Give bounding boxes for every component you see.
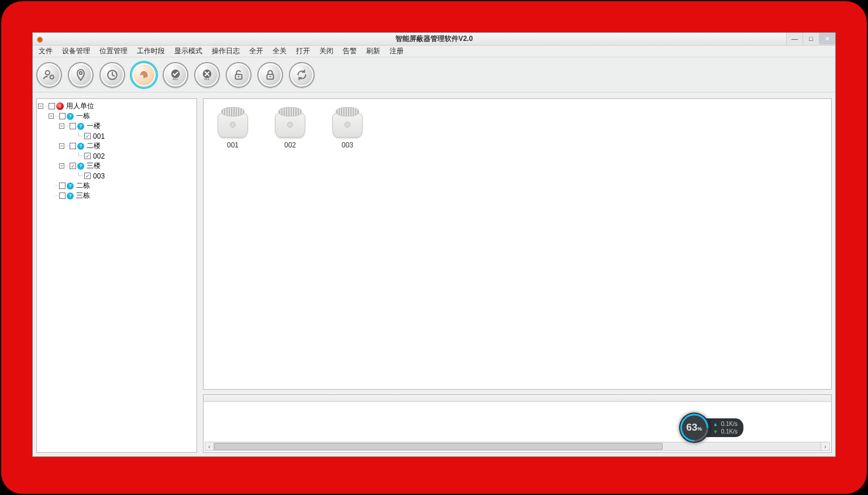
- checkbox[interactable]: [59, 192, 66, 199]
- scroll-right-button[interactable]: ›: [821, 442, 830, 451]
- up-caret-icon: ▲: [713, 421, 718, 427]
- x-all-icon: ALL: [201, 68, 213, 81]
- device-icon: [274, 106, 306, 138]
- collapse-icon[interactable]: −: [49, 114, 54, 119]
- menu-location-mgmt[interactable]: 位置管理: [95, 46, 132, 57]
- check-all-icon: ALL: [169, 68, 182, 81]
- menu-work-period[interactable]: 工作时段: [132, 46, 170, 57]
- menu-register[interactable]: 注册: [385, 46, 408, 57]
- tree-building-3[interactable]: ┈ ? 三栋: [49, 191, 195, 201]
- device-item[interactable]: 002: [270, 106, 310, 149]
- close-button[interactable]: ✕: [819, 33, 835, 44]
- maximize-button[interactable]: □: [802, 33, 819, 44]
- checkbox[interactable]: [70, 143, 76, 149]
- checkbox[interactable]: [59, 183, 66, 189]
- device-item[interactable]: 001: [213, 106, 253, 149]
- scroll-left-button[interactable]: ‹: [205, 442, 214, 451]
- refresh-icon: [295, 68, 308, 81]
- location-icon: ?: [67, 192, 74, 200]
- device-item[interactable]: 003: [328, 106, 367, 149]
- location-icon: ?: [67, 183, 74, 190]
- svg-point-9: [238, 75, 240, 77]
- svg-point-11: [270, 75, 271, 77]
- location-pin-icon: [74, 68, 87, 81]
- tool-clock[interactable]: [99, 62, 125, 88]
- tree-floor-2[interactable]: −┈ ? 二楼: [59, 141, 195, 151]
- network-widget[interactable]: 63% ▲0.1K/s ▼0.1K/s: [679, 412, 743, 443]
- checkbox[interactable]: ✓: [84, 153, 91, 159]
- tool-lock[interactable]: [257, 62, 283, 88]
- download-rate: ▼0.1K/s: [713, 428, 738, 435]
- scroll-thumb[interactable]: [214, 443, 663, 450]
- toolbar: ALL ALL: [33, 57, 835, 92]
- menu-open[interactable]: 打开: [291, 46, 315, 57]
- tree-device-002[interactable]: └┈ ✓ 002: [77, 151, 195, 161]
- menu-device-mgmt[interactable]: 设备管理: [57, 46, 95, 57]
- tool-user-settings[interactable]: [36, 62, 62, 88]
- tree-device-001[interactable]: └┈ ✓ 001: [77, 131, 195, 141]
- menu-close[interactable]: 关闭: [315, 46, 338, 57]
- svg-text:ALL: ALL: [204, 77, 210, 81]
- usage-gauge: 63%: [679, 412, 709, 443]
- collapse-icon[interactable]: −: [59, 123, 64, 129]
- minimize-button[interactable]: ―: [786, 33, 802, 44]
- horizontal-scrollbar[interactable]: ‹ ›: [205, 442, 830, 451]
- log-panel-header[interactable]: [204, 395, 831, 402]
- tool-refresh[interactable]: [289, 62, 315, 88]
- tool-location[interactable]: [68, 62, 94, 88]
- menu-alarm[interactable]: 告警: [338, 46, 361, 57]
- tree-label: 用人单位: [65, 101, 95, 111]
- scroll-track[interactable]: [214, 442, 821, 451]
- tree-root[interactable]: −┈ ! 用人单位: [38, 101, 195, 111]
- tree-building-1[interactable]: −┈ ? 一栋: [49, 111, 195, 121]
- checkbox[interactable]: ✓: [84, 173, 91, 179]
- device-panel[interactable]: 001 002 003: [203, 98, 832, 390]
- gauge-value: 63%: [686, 422, 702, 434]
- tool-x-all[interactable]: ALL: [194, 62, 220, 88]
- tree-label: 002: [92, 152, 106, 160]
- location-icon: ?: [77, 123, 84, 130]
- tree-label: 三楼: [85, 161, 102, 171]
- menu-op-log[interactable]: 操作日志: [207, 46, 244, 57]
- tool-check-all[interactable]: ALL: [163, 62, 188, 88]
- device-label: 003: [328, 141, 367, 149]
- collapse-icon[interactable]: −: [59, 143, 64, 149]
- location-icon: ?: [67, 113, 74, 120]
- device-label: 002: [270, 141, 310, 149]
- collapse-icon[interactable]: −: [59, 163, 64, 169]
- tree-label: 003: [92, 172, 106, 180]
- right-side: 001 002 003: [203, 98, 832, 453]
- device-icon: [216, 106, 249, 138]
- window-controls: ― □ ✕: [786, 33, 835, 45]
- menu-all-on[interactable]: 全开: [244, 46, 268, 57]
- location-icon: ?: [77, 143, 84, 150]
- tree-label: 二楼: [85, 141, 102, 151]
- checkbox[interactable]: ✓: [70, 163, 76, 169]
- log-panel[interactable]: 63% ▲0.1K/s ▼0.1K/s ‹ ›: [203, 394, 832, 453]
- device-label: 001: [213, 141, 253, 149]
- tree-device-003[interactable]: └┈ ✓ 003: [77, 171, 195, 181]
- collapse-icon[interactable]: −: [38, 104, 43, 109]
- tree-label: 二栋: [75, 181, 91, 191]
- titlebar[interactable]: ◉ 智能屏蔽器管理软件V2.0 ― □ ✕: [33, 33, 835, 46]
- checkbox[interactable]: [49, 103, 55, 109]
- tree-floor-1[interactable]: −┈ ? 一楼: [59, 121, 195, 131]
- menubar: 文件 设备管理 位置管理 工作时段 显示模式 操作日志 全开 全关 打开 关闭 …: [33, 46, 835, 57]
- tree-label: 一楼: [85, 121, 102, 131]
- checkbox[interactable]: [59, 113, 66, 119]
- menu-display-mode[interactable]: 显示模式: [170, 46, 207, 57]
- svg-point-0: [46, 70, 50, 74]
- tree-floor-3[interactable]: −┈ ✓ ? 三楼: [59, 161, 195, 171]
- tree-panel[interactable]: −┈ ! 用人单位 −┈ ? 一栋 −┈: [36, 98, 197, 453]
- tool-unlock[interactable]: [226, 62, 252, 88]
- checkbox[interactable]: ✓: [84, 133, 91, 139]
- tree-building-2[interactable]: ┈ ? 二栋: [49, 181, 195, 191]
- tool-fingerprint[interactable]: [131, 62, 157, 88]
- menu-all-off[interactable]: 全关: [268, 46, 291, 57]
- checkbox[interactable]: [70, 123, 76, 129]
- tree-label: 三栋: [75, 191, 91, 201]
- menu-file[interactable]: 文件: [34, 46, 57, 57]
- menu-refresh[interactable]: 刷新: [361, 46, 385, 57]
- content-area: −┈ ! 用人单位 −┈ ? 一栋 −┈: [33, 92, 835, 456]
- clock-icon: [106, 68, 119, 81]
